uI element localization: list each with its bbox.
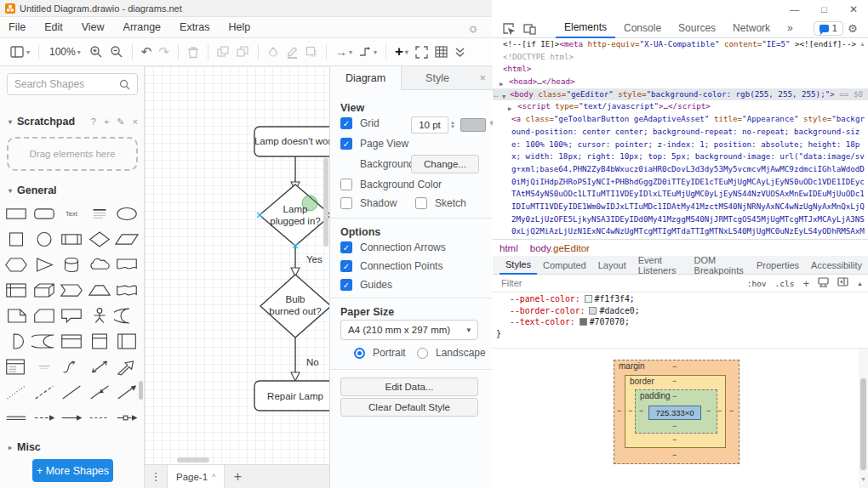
scratchpad-section[interactable]: ▾ Scratchpad ? + ✎ × — [9, 116, 138, 128]
dom-tree-line[interactable]: ▶<script type="text/javascript">…</scrip… — [493, 100, 868, 113]
styles-tab-layout[interactable]: Layout — [592, 256, 632, 275]
dom-tree-line[interactable]: 2My0zLjUzOFE5LjkyNSA3IDEyIDd0My41MzggMS4… — [493, 213, 868, 226]
shape-directional-connector[interactable] — [86, 379, 113, 405]
border-left-value[interactable]: − — [628, 406, 632, 415]
delete-button[interactable] — [184, 42, 203, 62]
grid-size-stepper[interactable]: ▲▼ — [450, 121, 455, 129]
devtools-tab-console[interactable]: Console — [615, 19, 670, 38]
sidebar-layout-icon[interactable] — [837, 277, 848, 289]
shape-and[interactable] — [3, 328, 30, 354]
dom-tree-line[interactable]: x; width: 18px; right: 10px; top: 5px; b… — [493, 150, 868, 163]
page-view-checkbox[interactable]: ✓ — [340, 138, 352, 150]
shape-label[interactable] — [31, 354, 58, 379]
shape-tape[interactable] — [113, 277, 140, 303]
dom-tree-line[interactable]: <!--[if IE]><meta http-equiv="X-UA-Compa… — [493, 38, 868, 51]
shape-curve[interactable] — [58, 354, 85, 379]
dom-tree-line[interactable]: ound-position: center center; background… — [493, 126, 868, 139]
styles-tab-event-listeners[interactable]: Event Listeners — [632, 256, 688, 275]
table-button[interactable] — [431, 42, 451, 62]
shape-cloud[interactable] — [86, 252, 113, 277]
shape-list-container[interactable] — [113, 328, 140, 354]
styles-tab-styles[interactable]: Styles — [500, 256, 537, 275]
background-color-checkbox[interactable] — [340, 179, 352, 190]
sketch-checkbox[interactable] — [415, 197, 427, 209]
css-property-line[interactable]: --panel-color: #f1f3f4; — [493, 293, 868, 305]
shape-note[interactable] — [3, 303, 30, 328]
margin-top-value[interactable]: − — [672, 362, 677, 371]
scratchpad-edit-icon[interactable]: ✎ — [117, 116, 124, 128]
styles-filter-input[interactable] — [501, 278, 629, 288]
color-swatch-icon[interactable] — [585, 295, 592, 303]
dom-tree-line[interactable]: 0iMjQiIHdpZHRoPSIyNCI+PHBhdGggZD0iTTEyID… — [493, 176, 868, 189]
grid-size-input[interactable]: 10 pt — [411, 116, 448, 133]
scroll-down-icon[interactable]: ▼ — [859, 228, 865, 234]
zoom-out-button[interactable] — [106, 42, 127, 62]
scroll-down-icon[interactable]: ▼ — [860, 476, 866, 482]
sidebar-scrollbar[interactable] — [139, 381, 143, 400]
shape-dashed-link[interactable] — [86, 405, 113, 430]
guides-checkbox[interactable]: ✓ — [340, 279, 352, 291]
shape-vertical-container[interactable] — [86, 328, 113, 354]
pages-menu-icon[interactable]: ⋮ — [145, 465, 167, 488]
shape-list[interactable] — [3, 354, 30, 379]
shape-parallelogram[interactable] — [113, 226, 140, 252]
styles-tab-accessibility[interactable]: Accessibility — [805, 256, 868, 275]
new-style-rule-icon[interactable]: + — [802, 277, 809, 290]
shape-arrow-connector[interactable] — [113, 379, 140, 405]
tab-diagram[interactable]: Diagram — [330, 66, 402, 90]
shape-square[interactable] — [3, 226, 30, 252]
box-model-content[interactable]: 725.333×0 — [648, 406, 701, 420]
shape-data-storage[interactable] — [31, 328, 58, 354]
menu-arrange[interactable]: Arrange — [123, 21, 161, 33]
redo-button[interactable]: ↷ — [155, 42, 173, 62]
shape-circle[interactable] — [31, 226, 58, 252]
flow-node-lamp-plugged-in[interactable] — [260, 184, 329, 246]
shape-container[interactable] — [58, 328, 85, 354]
menu-view[interactable]: View — [82, 21, 105, 33]
view-format-button[interactable]: ▾ — [7, 42, 33, 62]
styles-tab-computed[interactable]: Computed — [537, 256, 592, 275]
padding-right-value[interactable]: − — [706, 406, 711, 415]
shape-textbox[interactable] — [86, 201, 113, 226]
waypoint-style-button[interactable]: →▾ — [332, 42, 356, 62]
shape-step[interactable] — [58, 277, 85, 303]
maximize-button[interactable]: □ — [821, 4, 827, 14]
line-color-button[interactable] — [283, 42, 302, 62]
general-section[interactable]: ▾ General — [9, 184, 57, 196]
shape-or[interactable] — [113, 303, 140, 328]
color-swatch-icon[interactable] — [580, 318, 587, 326]
connection-points-checkbox[interactable]: ✓ — [340, 260, 352, 272]
shape-process[interactable] — [58, 226, 85, 252]
dom-tree-line[interactable]: <!DOCTYPE html> — [493, 51, 868, 64]
shape-dashed-line[interactable] — [31, 379, 58, 405]
device-toolbar-icon[interactable] — [519, 22, 540, 35]
shape-text[interactable]: Text — [58, 201, 85, 226]
elements-tree[interactable]: <!--[if IE]><meta http-equiv="X-UA-Compa… — [493, 38, 868, 239]
dom-tree-line[interactable]: TAtMS4yNS0uODc1LTIuMTI1VDEyIDlxLTEuMjUgM… — [493, 188, 868, 201]
border-top-value[interactable]: − — [672, 377, 677, 385]
menu-extras[interactable]: Extras — [180, 21, 209, 33]
inspect-element-icon[interactable] — [498, 22, 519, 35]
page-tab[interactable]: Page-1 ^ — [167, 465, 225, 488]
edit-data-button[interactable]: Edit Data... — [340, 377, 478, 396]
insert-button[interactable]: +▾ — [391, 42, 412, 62]
scratchpad-drop-area[interactable]: Drag elements here — [7, 137, 138, 171]
devtools-tab-network[interactable]: Network — [724, 19, 779, 38]
styles-tab-dom-breakpoints[interactable]: DOM Breakpoints — [688, 256, 751, 275]
css-property-line[interactable]: --text-color: #707070; — [493, 316, 868, 328]
grid-color-swatch[interactable] — [460, 118, 486, 132]
breadcrumb-html[interactable]: html — [500, 243, 518, 253]
zoom-in-button[interactable] — [86, 42, 106, 62]
shape-single-arrow[interactable] — [58, 405, 85, 430]
shape-line[interactable] — [58, 379, 85, 405]
shadow-button[interactable] — [302, 42, 321, 62]
shape-cylinder[interactable] — [58, 252, 85, 277]
shape-card[interactable] — [31, 303, 58, 328]
devtools-tab-elements[interactable]: Elements — [556, 19, 615, 38]
computed-styles-icon[interactable] — [818, 277, 829, 290]
margin-right-value[interactable]: − — [729, 406, 734, 415]
collapse-icon[interactable]: ▲ — [857, 281, 863, 287]
css-property-line[interactable]: --border-color: #dadce0; — [493, 305, 868, 317]
search-shapes-box[interactable] — [7, 73, 138, 95]
css-rules-pane[interactable]: --panel-color: #f1f3f4;--border-color: #… — [493, 292, 868, 349]
